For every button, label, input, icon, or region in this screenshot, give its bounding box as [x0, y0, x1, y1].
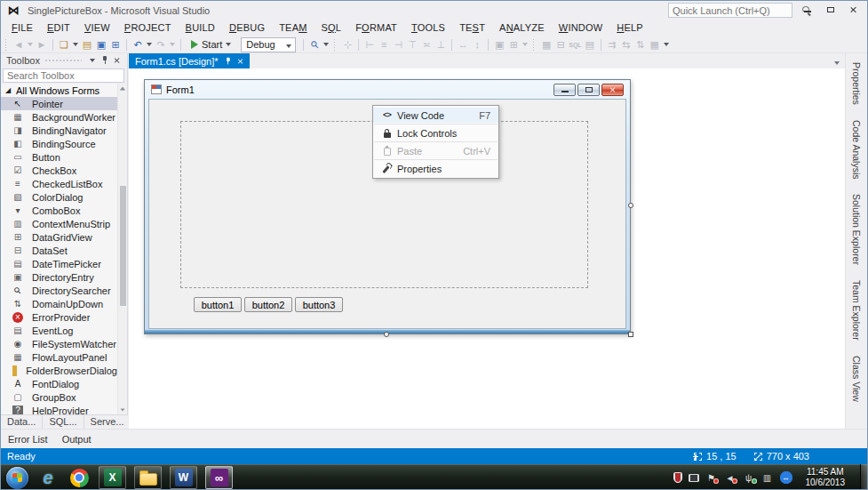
diagram-pane-icon[interactable]: ▦ [540, 37, 553, 52]
pin-icon[interactable] [224, 57, 231, 65]
start-button[interactable]: Start [186, 37, 236, 52]
find-in-files-icon[interactable]: ⚲ [306, 35, 324, 53]
save-all-icon[interactable]: ⊞ [109, 37, 122, 52]
toolbox-item-colordialog[interactable]: ▧ColorDialog [1, 190, 117, 204]
start-button[interactable] [6, 467, 28, 489]
toolbox-item-datagridview[interactable]: ⊞DataGridView [1, 230, 117, 244]
make-same-size-icon[interactable]: ▣ [493, 37, 506, 52]
display-settings-icon[interactable] [689, 474, 699, 482]
menu-team[interactable]: TEAM [272, 20, 314, 36]
navigate-back-dropdown-icon[interactable] [27, 43, 34, 46]
toolbox-item-eventlog[interactable]: ▤EventLog [1, 324, 117, 337]
vertical-spacing-icon[interactable]: ⇅ [634, 37, 647, 52]
menu-project[interactable]: PROJECT [117, 20, 179, 36]
toolbox-item-folderbrowserdialog[interactable]: FolderBrowserDialog [1, 364, 117, 377]
toolbox-item-dataset[interactable]: ⊟DataSet [1, 244, 117, 257]
taskbar-clock[interactable]: 11:45 AM 10/6/2013 [800, 467, 851, 488]
horizontal-spacing-icon[interactable]: ⇆ [620, 37, 633, 52]
tool-tab-code-analysis[interactable]: Code Analysis [851, 114, 862, 186]
toolbox-item-pointer[interactable]: ↖Pointer [1, 97, 117, 110]
toolbar-grip[interactable] [532, 38, 537, 51]
close-icon[interactable] [111, 54, 123, 67]
quick-launch-box[interactable] [668, 3, 792, 18]
context-menu-item-paste[interactable]: PasteCtrl+V [373, 143, 498, 158]
close-icon[interactable] [237, 58, 243, 64]
menu-file[interactable]: FILE [4, 20, 40, 36]
toolbox-item-datetimepicker[interactable]: ▤DateTimePicker [1, 257, 117, 270]
button2-control[interactable]: button2 [244, 297, 292, 312]
scroll-down-icon[interactable] [118, 405, 127, 414]
align-rights-icon[interactable]: ⊣ [392, 37, 404, 52]
scroll-up-icon[interactable] [118, 84, 127, 93]
tree-expander-icon[interactable]: ◢ [5, 87, 12, 94]
panel-tab-serve[interactable]: Serve... [84, 415, 131, 429]
toolbar-grip[interactable] [4, 38, 9, 51]
align-centers-icon[interactable]: ≡ [378, 37, 390, 52]
internet-explorer-icon[interactable]: e [36, 466, 60, 489]
toolbar-overflow-dropdown-icon[interactable] [663, 43, 670, 46]
menu-tools[interactable]: TOOLS [404, 20, 452, 36]
debug-target-combobox[interactable]: Debug [241, 37, 296, 52]
panel-tab-data[interactable]: Data... [1, 415, 43, 429]
menu-test[interactable]: TEST [452, 20, 492, 36]
menu-edit[interactable]: EDIT [40, 20, 77, 36]
restore-button[interactable] [819, 1, 842, 18]
save-icon[interactable]: ▣ [95, 37, 108, 52]
tool-tab-properties[interactable]: Properties [851, 56, 862, 111]
align-tops-icon[interactable]: ⊤ [406, 37, 418, 52]
make-same-height-icon[interactable]: ↕ [471, 37, 483, 52]
sql-pane-icon[interactable]: SQL [569, 37, 581, 52]
toolbox-item-bindingnavigator[interactable]: ◨BindingNavigator [1, 124, 117, 137]
toolbox-item-checkedlistbox[interactable]: ≡CheckedListBox [1, 177, 117, 190]
tab-form1-design[interactable]: Form1.cs [Design]* [129, 53, 250, 68]
toolbox-scrollbar[interactable] [117, 84, 127, 414]
document-list-dropdown-icon[interactable] [834, 56, 840, 67]
context-menu-item-view-code[interactable]: <>View CodeF7 [373, 108, 498, 123]
menu-debug[interactable]: DEBUG [222, 20, 272, 36]
menu-build[interactable]: BUILD [179, 20, 222, 36]
context-menu-item-lock-controls[interactable]: Lock Controls [373, 125, 498, 141]
tool-tab-solution-explorer[interactable]: Solution Explorer [851, 188, 862, 271]
toolbox-item-fontdialog[interactable]: AFontDialog [1, 377, 117, 390]
redo-icon[interactable]: ↷ [155, 37, 167, 52]
layout-dropdown-icon[interactable] [522, 43, 529, 46]
menu-format[interactable]: FORMAT [348, 20, 404, 36]
open-file-icon[interactable]: ▤ [81, 37, 93, 52]
new-item-dropdown-icon[interactable] [72, 43, 79, 46]
excel-icon[interactable]: X [99, 466, 126, 489]
toolbox-item-button[interactable]: ▭Button [1, 150, 117, 164]
window-position-dropdown-icon[interactable] [86, 54, 99, 67]
file-explorer-icon[interactable] [134, 466, 162, 489]
toolbox-item-directoryentry[interactable]: ▣DirectoryEntry [1, 270, 117, 284]
form-minimize-button[interactable] [553, 84, 576, 96]
toolbox-group-all-windows-forms[interactable]: ◢ All Windows Forms [1, 84, 117, 97]
close-button[interactable] [842, 1, 865, 18]
volume-muted-icon[interactable]: ◄ [724, 471, 737, 484]
toolbox-item-backgroundworker[interactable]: ▦BackgroundWorker [1, 110, 117, 124]
chrome-icon[interactable] [68, 466, 91, 489]
action-center-flag-icon[interactable]: ⚑ [705, 471, 718, 484]
toolbar-grip[interactable] [333, 38, 338, 51]
pin-icon[interactable] [99, 54, 111, 67]
new-project-icon[interactable]: ❏ [58, 37, 70, 52]
button3-control[interactable]: button3 [295, 297, 343, 312]
align-middles-icon[interactable]: ≍ [420, 37, 433, 52]
visual-studio-icon[interactable]: ∞ [205, 466, 233, 489]
menu-window[interactable]: WINDOW [552, 20, 609, 36]
form-close-button[interactable] [601, 84, 624, 96]
start-dropdown-icon[interactable] [226, 43, 231, 46]
toolbox-item-contextmenustrip[interactable]: ▥ContextMenuStrip [1, 217, 117, 230]
navigate-backward-icon[interactable]: ◄ [12, 37, 25, 52]
toolbox-search-box[interactable] [3, 68, 124, 83]
toolbox-search-input[interactable] [4, 70, 137, 81]
menu-help[interactable]: HELP [609, 20, 650, 36]
toolbox-item-helpprovider[interactable]: ?HelpProvider [1, 404, 117, 414]
network-status-icon[interactable]: ▥ [761, 471, 774, 484]
panel-tab-sql[interactable]: SQL... [43, 415, 84, 429]
navigate-forward-icon[interactable]: ► [36, 37, 48, 52]
antivirus-shield-icon[interactable] [673, 472, 682, 483]
resize-handle-right[interactable] [628, 203, 633, 208]
undo-icon[interactable]: ↶ [131, 37, 144, 52]
redo-dropdown-icon[interactable] [169, 43, 176, 46]
tool-tab-team-explorer[interactable]: Team Explorer [851, 274, 862, 347]
